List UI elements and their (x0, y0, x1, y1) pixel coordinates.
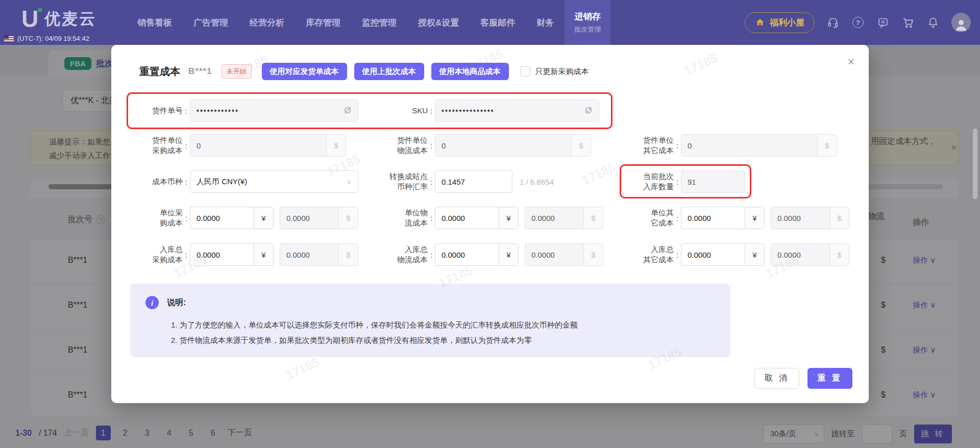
usd-input-box: $ (771, 243, 849, 266)
usd-input-box: $ (525, 243, 603, 266)
usd-suffix: $ (583, 207, 603, 229)
total-purchase-cost-cny-input[interactable] (190, 251, 254, 259)
user-avatar[interactable] (951, 13, 971, 32)
usd-input-box: $ (525, 207, 603, 229)
cart-icon[interactable] (901, 16, 915, 29)
modal-close-icon[interactable]: × (848, 56, 854, 68)
total-logistics-cost-cny-input[interactable] (435, 251, 499, 259)
exchange-rate-label: 转换成站点币种汇率 (371, 171, 428, 192)
unit-other-cost-group: 单位其它成本 : ¥ $ (617, 207, 849, 229)
exchange-rate-group: 转换成站点币种汇率 : 1 / 6.8654 (371, 170, 554, 193)
bell-icon[interactable] (926, 16, 940, 29)
use-shipment-order-cost-button[interactable]: 使用对应发货单成本 (262, 63, 347, 80)
use-previous-batch-cost-button[interactable]: 使用上批次成本 (354, 63, 424, 80)
unit-purchase-cost-cny-input[interactable] (190, 214, 254, 222)
nav-item-cs-mail[interactable]: 客服邮件 (470, 0, 526, 45)
unit-logistics-cost-cny-input[interactable] (435, 214, 499, 222)
shipment-unit-other-cost-group: 货件单位其它成本 : $ (617, 134, 837, 157)
field-label: 入库总物流成本 (371, 244, 428, 265)
usd-suffix: $ (326, 135, 346, 156)
nav-item-auth-settings[interactable]: 授权&设置 (407, 0, 470, 45)
total-other-cost-usd-input (771, 251, 829, 259)
unit-purchase-cost-usd-input (280, 214, 338, 222)
nav-item-psi-sub-label: 批次管理 (574, 25, 601, 34)
nav-item-psi-label: 进销存 (575, 11, 601, 22)
only-update-purchase-cost-checkbox[interactable] (520, 66, 530, 77)
exchange-rate-input-box (435, 170, 512, 193)
watermark-text: 17185 (681, 51, 720, 79)
info-icon: i (145, 296, 159, 309)
timezone-clock: (UTC-7): 04/09 19:54:42 (4, 35, 89, 42)
reset-cost-modal: 17185 17185 17185 17185 17185 17185 1718… (111, 45, 869, 403)
current-batch-qty-input-box (681, 170, 745, 193)
logo-u-icon: U (21, 7, 38, 31)
sku-input-box: Ø (435, 99, 599, 122)
field-label: 货件单位物流成本 (371, 135, 428, 156)
unit-purchase-cost-group: 单位采购成本 : ¥ $ (126, 207, 358, 229)
eye-invisible-icon[interactable]: Ø (578, 106, 599, 116)
shipment-number-input-box: Ø (190, 99, 358, 122)
use-local-product-cost-button[interactable]: 使用本地商品成本 (431, 63, 509, 80)
headset-icon[interactable] (826, 16, 840, 29)
cancel-button[interactable]: 取 消 (754, 368, 799, 389)
usd-suffix: $ (583, 244, 603, 265)
usd-input-box: $ (280, 243, 358, 266)
cny-input-box: ¥ (435, 207, 519, 229)
cost-currency-value: 人民币 CNY(¥) (190, 177, 340, 187)
exchange-rate-hint: 1 / 6.8654 (520, 178, 554, 186)
cny-input-box: ¥ (435, 243, 519, 266)
modal-title: 重置成本 (139, 65, 180, 79)
vertical-scrollbar-thumb[interactable] (973, 129, 977, 199)
usd-suffix: $ (571, 135, 591, 156)
cny-input-box: ¥ (681, 243, 765, 266)
exchange-rate-input[interactable] (435, 178, 512, 186)
nav-item-sales-board[interactable]: 销售看板 (127, 0, 183, 45)
help-icon[interactable]: ? (851, 16, 865, 29)
field-label: 单位物流成本 (371, 208, 428, 228)
nav-item-ads[interactable]: 广告管理 (183, 0, 239, 45)
eye-invisible-icon[interactable]: Ø (337, 106, 358, 116)
disabled-usd-input-box: $ (190, 134, 346, 157)
cny-input-box: ¥ (681, 207, 765, 229)
total-purchase-cost-group: 入库总采购成本 : ¥ $ (126, 243, 358, 266)
house-icon (755, 17, 765, 28)
cny-suffix: ¥ (499, 244, 518, 265)
total-other-cost-group: 入库总其它成本 : ¥ $ (617, 243, 849, 266)
reset-button[interactable]: 重 置 (807, 368, 852, 389)
total-other-cost-cny-input[interactable] (681, 251, 745, 259)
usd-suffix: $ (829, 244, 849, 265)
welfare-house-button[interactable]: 福利小屋 (745, 12, 815, 33)
sku-label: SKU (371, 106, 428, 116)
modal-header: 重置成本 B***1 未开始 使用对应发货单成本 使用上批次成本 使用本地商品成… (139, 61, 589, 82)
current-batch-qty-input (681, 178, 745, 186)
field-label: 货件单位采购成本 (126, 135, 183, 156)
sku-field-group: SKU : Ø (371, 99, 599, 122)
shipment-unit-other-cost-input (681, 141, 817, 150)
nav-item-finance[interactable]: 财务 (526, 0, 565, 45)
current-batch-qty-group: 当前批次入库数量 : (617, 170, 745, 193)
shipment-unit-purchase-cost-group: 货件单位采购成本 : $ (126, 134, 346, 157)
usd-suffix: $ (817, 135, 837, 156)
modal-footer: 取 消 重 置 (754, 368, 852, 389)
cny-suffix: ¥ (254, 244, 273, 265)
cny-input-box: ¥ (190, 243, 274, 266)
usd-suffix: $ (338, 244, 358, 265)
unit-other-cost-cny-input[interactable] (681, 214, 745, 222)
brand-logo[interactable]: U 优麦云 (21, 7, 96, 31)
nav-item-inventory[interactable]: 库存管理 (295, 0, 351, 45)
nav-item-analytics[interactable]: 经营分析 (239, 0, 295, 45)
message-icon[interactable] (876, 16, 890, 29)
info-note-box: i 说明: 1. 为了方便您的输入，单位成本可以选择您实际支付币种，保存时我们会… (130, 284, 730, 357)
nav-item-psi-active[interactable]: 进销存 批次管理 (565, 0, 610, 45)
cost-currency-select[interactable]: 人民币 CNY(¥) ∨ (190, 170, 358, 193)
total-logistics-cost-usd-input (525, 251, 583, 259)
sku-input (435, 107, 578, 115)
shipment-number-input (190, 107, 337, 115)
note-line-2: 2. 货件物流成本来源于发货单，如果批次类型为期初库存或者货件没有相应发货单，则… (171, 336, 532, 345)
field-label: 货件单位其它成本 (617, 135, 674, 156)
usd-input-box: $ (771, 207, 849, 229)
total-logistics-cost-group: 入库总物流成本 : ¥ $ (371, 243, 603, 266)
navbar-right-cluster: 福利小屋 ? (745, 0, 971, 45)
nav-item-monitor[interactable]: 监控管理 (351, 0, 407, 45)
note-title: 说明: (167, 297, 186, 308)
